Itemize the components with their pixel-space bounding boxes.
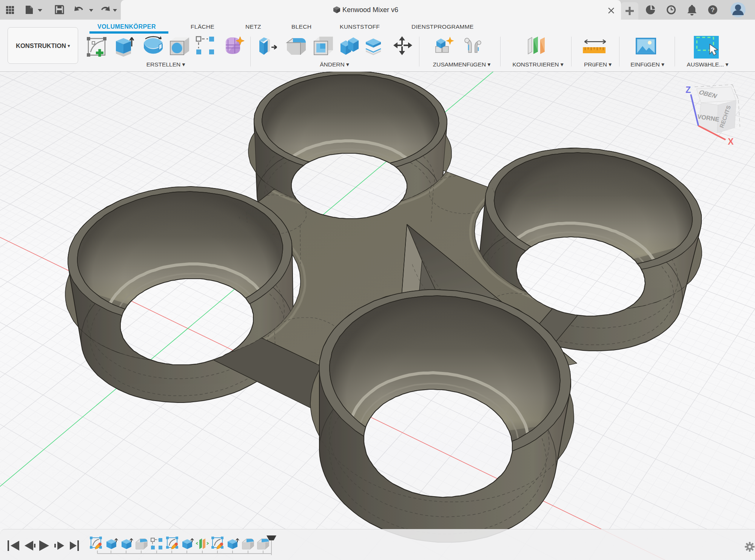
svg-text:X: X <box>728 137 734 147</box>
svg-text:?: ? <box>711 6 715 14</box>
svg-text:Z: Z <box>686 85 691 95</box>
